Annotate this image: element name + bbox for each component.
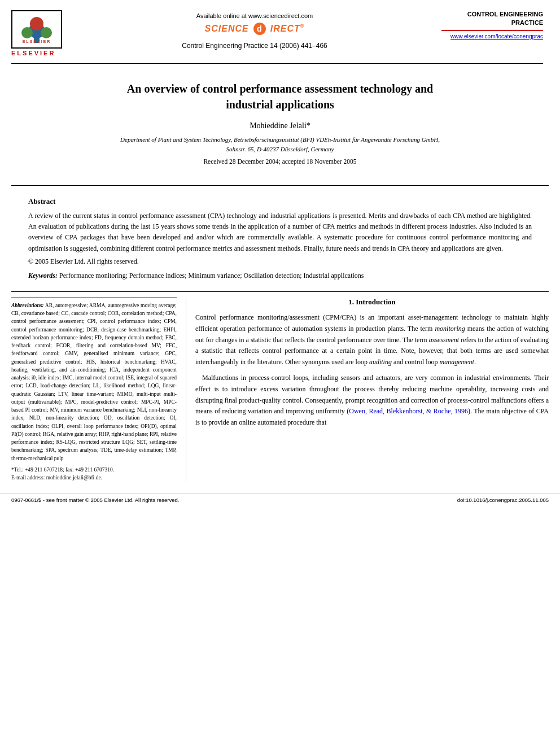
- bottom-copyright: 0967-0661/$ - see front matter © 2005 El…: [11, 497, 179, 503]
- abbreviations-box: Abbreviations: AR, autoregressive; ARMA,…: [11, 298, 177, 482]
- abstract-section: Abstract A review of the current status …: [0, 191, 560, 286]
- intro-heading: 1. Introduction: [195, 298, 549, 307]
- journal-name-right: CONTROL ENGINEERING PRACTICE: [441, 10, 543, 31]
- header-center: Available online at www.sciencedirect.co…: [68, 10, 441, 50]
- section-divider-1: [11, 185, 549, 186]
- abstract-text: A review of the current status in contro…: [28, 211, 532, 267]
- ref-link-owen[interactable]: Owen, Read, Blekkenhorst, & Roche, 1996: [349, 407, 468, 415]
- header: ELSEVIER ELSEVIER Available online at ww…: [0, 0, 560, 56]
- sciencedirect-logo: SCIENCE d IRECT®: [205, 23, 305, 35]
- footnote-email: E-mail address: mohieddine.jelali@bfi.de…: [11, 474, 177, 482]
- svg-text:ELSEVIER: ELSEVIER: [23, 40, 51, 43]
- footnote-contact: *Tel.: +49 211 6707218; fax: +49 211 670…: [11, 466, 177, 482]
- intro-body: Control performance monitoring/assessmen…: [195, 312, 549, 429]
- footnote-tel: *Tel.: +49 211 6707218; fax: +49 211 670…: [11, 466, 177, 474]
- bottom-doi: doi:10.1016/j.conengprac.2005.11.005: [457, 497, 549, 503]
- intro-para-2: Malfunctions in process-control loops, i…: [195, 373, 549, 429]
- keywords-text: Performance monitoring; Performance indi…: [59, 272, 364, 279]
- two-column-body: Abbreviations: AR, autoregressive; ARMA,…: [0, 298, 560, 482]
- left-column: Abbreviations: AR, autoregressive; ARMA,…: [11, 298, 186, 482]
- page: ELSEVIER ELSEVIER Available online at ww…: [0, 0, 560, 747]
- bottom-bar: 0967-0661/$ - see front matter © 2005 El…: [0, 493, 560, 506]
- journal-url: www.elsevier.com/locate/conengprac: [441, 33, 543, 40]
- section-divider-2: [11, 291, 549, 292]
- svg-point-2: [21, 27, 33, 38]
- elsevier-logo: ELSEVIER ELSEVIER: [11, 10, 68, 56]
- received-date: Received 28 December 2004; accepted 18 N…: [45, 158, 515, 165]
- elsevier-label: ELSEVIER: [11, 50, 68, 56]
- abstract-heading: Abstract: [28, 197, 532, 206]
- header-right: CONTROL ENGINEERING PRACTICE www.elsevie…: [441, 10, 543, 40]
- author-affiliation: Department of Plant and System Technolog…: [45, 135, 515, 154]
- keywords-line: Keywords: Performance monitoring; Perfor…: [28, 272, 532, 280]
- keywords-label: Keywords:: [28, 272, 58, 279]
- right-column: 1. Introduction Control performance moni…: [186, 298, 549, 482]
- intro-para-1: Control performance monitoring/assessmen…: [195, 312, 549, 368]
- author-name: Mohieddine Jelali*: [45, 121, 515, 130]
- article-title: An overview of control performance asses…: [45, 81, 515, 112]
- svg-point-3: [41, 27, 52, 38]
- title-section: An overview of control performance asses…: [0, 64, 560, 180]
- journal-volume: Control Engineering Practice 14 (2006) 4…: [182, 42, 327, 50]
- abbrev-title: Abbreviations:: [11, 303, 44, 308]
- abbrev-text: AR, autoregressive; ARMA, autoregressive…: [11, 303, 177, 461]
- elsevier-logo-box: ELSEVIER: [11, 10, 62, 49]
- svg-point-4: [30, 17, 43, 30]
- elsevier-tree-icon: ELSEVIER: [17, 15, 56, 44]
- available-online-text: Available online at www.sciencedirect.co…: [196, 12, 313, 19]
